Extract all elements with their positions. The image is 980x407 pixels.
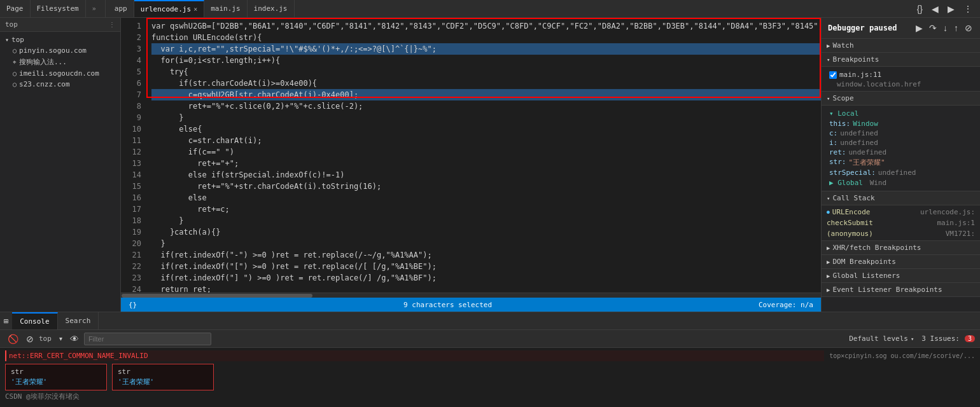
console-outputs: str '王者荣耀' str '王者荣耀' <box>5 362 975 392</box>
callstack-item-1[interactable]: checkSubmit main.js:1 <box>822 217 980 228</box>
file-icon-cnzz: ○ <box>13 81 17 88</box>
code-line-19: }catch(a){} <box>151 226 821 238</box>
code-line-23: if(ret.indexOf("] ") >=0 )ret = ret.repl… <box>151 272 821 284</box>
tree-item-imeili[interactable]: ○ imeili.sogoucdn.com <box>0 68 120 79</box>
scope-label: Scope <box>832 94 853 102</box>
tree-item-sogou[interactable]: ⌖ 搜狗输入法... <box>0 56 120 68</box>
filter-input[interactable] <box>84 333 211 345</box>
tab-filesystem[interactable]: Filesystem <box>31 0 86 17</box>
tab-close-icon[interactable]: × <box>193 6 197 13</box>
call-stack-section-header[interactable]: ▾ Call Stack <box>822 191 980 205</box>
levels-area: Default levels ▾ 3 Issues: 3 <box>849 335 975 343</box>
deactivate-button[interactable]: ⊘ <box>963 22 974 34</box>
tab-mainjs[interactable]: main.js <box>204 0 247 17</box>
file-icon-pinyin: ○ <box>13 47 17 54</box>
console-output-1: str '王者荣耀' <box>112 364 214 390</box>
scope-section-header[interactable]: ▾ Scope <box>822 92 980 106</box>
call-stack-label: Call Stack <box>832 194 874 202</box>
xhr-breakpoints-header[interactable]: ▶ XHR/fetch Breakpoints <box>822 241 980 255</box>
tree-item-label-sogou: 搜狗输入法... <box>19 57 115 67</box>
tab-page[interactable]: Page <box>0 0 31 17</box>
code-line-13: ret+="+"; <box>151 158 821 169</box>
code-status-bar: {} 9 characters selected Coverage: n/a <box>121 298 821 312</box>
folder-icon: ▾ <box>5 36 9 43</box>
filter-toggle-button[interactable]: ⊘ <box>24 333 36 345</box>
step-over-button[interactable]: ↷ <box>928 22 938 34</box>
tree-item-label-imeili: imeili.sogoucdn.com <box>19 69 115 78</box>
top-dropdown-button[interactable]: ▾ <box>57 334 65 343</box>
callstack-item-0[interactable]: ● URLEncode urlencode.js: <box>822 207 980 217</box>
scope-chevron-icon: ▾ <box>827 95 830 102</box>
event-listener-header[interactable]: ▶ Event Listener Breakpoints <box>822 283 980 297</box>
top-dropdown-label: top <box>39 335 52 343</box>
watch-section-header[interactable]: ▶ Watch <box>822 39 980 53</box>
nav-forward-button[interactable]: ▶ <box>945 3 957 15</box>
xhr-label: XHR/fetch Breakpoints <box>832 244 921 252</box>
toolbar-right: {} ◀ ▶ ⋮ <box>909 3 980 15</box>
tree-item-pinyin[interactable]: ○ pinyin.sogou.com <box>0 45 120 56</box>
right-panel: Debugger paused ▶ ↷ ↓ ↑ ⊘ ▶ Watch ▾ Brea… <box>821 18 980 312</box>
code-area[interactable]: 1234567891011121314151617181920212223242… <box>121 18 821 293</box>
tab-app[interactable]: app <box>108 0 134 17</box>
code-line-20: } <box>151 238 821 249</box>
breakpoint-item[interactable]: main.js:11 <box>827 69 975 80</box>
scope-str-val: "王者荣耀" <box>849 158 885 167</box>
filetree-options[interactable]: ⋮ <box>109 21 115 28</box>
resume-button[interactable]: ▶ <box>914 22 924 34</box>
global-chevron-icon: ▶ <box>829 179 834 187</box>
debugger-title: Debugger paused <box>828 24 897 32</box>
eye-icon[interactable]: 👁 <box>67 333 81 345</box>
watch-label: Watch <box>832 41 853 50</box>
local-chevron-icon: ▾ <box>829 109 834 118</box>
horizontal-scrollbar[interactable] <box>121 293 821 298</box>
code-line-3: var i,c,ret="",strSpecial="!\"#$%&'()*+,… <box>151 43 821 55</box>
tab-overflow[interactable]: » <box>86 0 102 17</box>
panel-toggle[interactable]: ⊞ <box>0 317 12 326</box>
tab-search[interactable]: Search <box>58 312 99 329</box>
code-line-11: c=str.charAt(i); <box>151 135 821 146</box>
breakpoints-section-header[interactable]: ▾ Breakpoints <box>822 53 980 67</box>
scope-c-val: undefined <box>840 129 878 137</box>
dom-label: DOM Breakpoints <box>832 258 895 266</box>
watermark: CSDN @埃菲尔没有堵尖 <box>5 392 975 401</box>
tree-item-label-cnzz: s23.cnzz.com <box>19 80 115 88</box>
console-area[interactable]: net::ERR_CERT_COMMON_NAME_INVALID top×cp… <box>0 348 980 407</box>
top-label: top <box>5 20 18 29</box>
tree-item-top[interactable]: ▾ top <box>0 34 120 45</box>
nav-back-button[interactable]: ◀ <box>929 3 941 15</box>
line-numbers: 1234567891011121314151617181920212223242… <box>121 18 146 293</box>
tree-item-label-top: top <box>11 36 115 44</box>
filetree-header: top ⋮ <box>0 18 120 32</box>
file-tree: ▾ top ○ pinyin.sogou.com ⌖ 搜狗输入法... ○ im… <box>0 32 120 312</box>
global-listeners-header[interactable]: ▶ Global Listeners <box>822 269 980 283</box>
watch-chevron-icon: ▶ <box>827 43 830 49</box>
step-into-button[interactable]: ↓ <box>942 22 949 34</box>
scope-ret-val: undefined <box>849 148 887 156</box>
code-line-18: } <box>151 215 821 226</box>
breakpoint-file: main.js:11 <box>839 71 881 79</box>
breakpoints-label: Breakpoints <box>832 55 879 64</box>
code-line-17: ret+=c; <box>151 204 821 215</box>
console-output-0: str '王者荣耀' <box>5 364 107 390</box>
code-line-15: ret+="%"+str.charCodeAt(i).toString(16); <box>151 181 821 192</box>
tree-item-cnzz[interactable]: ○ s23.cnzz.com <box>0 79 120 90</box>
tab-console[interactable]: Console <box>12 312 57 329</box>
top-toolbar: Page Filesystem » app urlencode.js × mai… <box>0 0 980 18</box>
co-item-chinese-1: '王者荣耀' <box>118 376 208 387</box>
tab-indexjs[interactable]: index.js <box>248 0 295 17</box>
menu-button[interactable]: ⋮ <box>961 3 975 15</box>
dom-breakpoints-header[interactable]: ▶ DOM Breakpoints <box>822 255 980 269</box>
format-button[interactable]: {} <box>914 3 925 15</box>
step-out-button[interactable]: ↑ <box>953 22 960 34</box>
tab-urlencode[interactable]: urlencode.js × <box>134 0 205 17</box>
co-item-str-0: str <box>11 367 101 376</box>
global-listeners-label: Global Listeners <box>832 272 900 280</box>
left-panel: top ⋮ ▾ top ○ pinyin.sogou.com ⌖ 搜狗输入法..… <box>0 18 121 312</box>
breakpoint-checkbox[interactable] <box>829 71 837 79</box>
callstack-item-2[interactable]: (anonymous) VM1721: <box>822 228 980 239</box>
scope-content: ▾ Local this: Window c: undefined i: und… <box>822 106 980 191</box>
bottom-panel: ⊞ Console Search 🚫 ⊘ top ▾ 👁 Default lev… <box>0 312 980 407</box>
clear-console-button[interactable]: 🚫 <box>5 333 21 345</box>
code-content[interactable]: var qswhU2GB=["D2BB","B6A1","8140","C6DF… <box>146 18 821 293</box>
console-error-text: net::ERR_CERT_COMMON_NAME_INVALID <box>5 350 824 361</box>
